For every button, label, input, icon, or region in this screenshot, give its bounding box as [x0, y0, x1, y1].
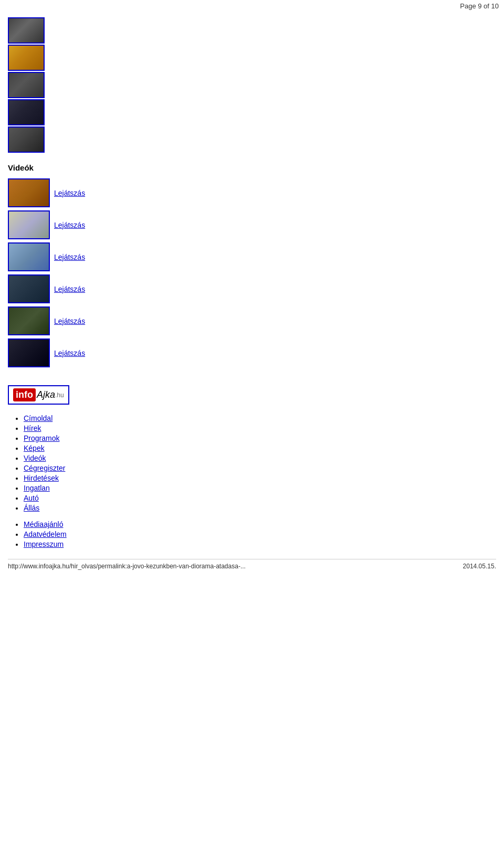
video-play-link-4[interactable]: Lejátszás — [54, 285, 85, 293]
footer-url-bar: http://www.infoajka.hu/hir_olvas/permali… — [8, 559, 496, 570]
nav-link-hirek[interactable]: Hírek — [24, 424, 41, 432]
video-thumbnail-5[interactable] — [8, 306, 50, 335]
footer-nav-list: Médiaajánló Adatvédelem Impresszum — [8, 520, 496, 548]
thumbnail-3[interactable] — [8, 72, 45, 98]
thumbnail-5[interactable] — [8, 126, 45, 153]
nav-link-allas[interactable]: Állás — [24, 504, 39, 512]
logo-info-text: info — [13, 388, 36, 401]
nav-item-mediaajanlot: Médiaajánló — [24, 520, 496, 528]
nav-link-cimoldal[interactable]: Címoldal — [24, 414, 52, 422]
thumbnail-strip — [8, 17, 496, 153]
logo-hu-text: .hu — [55, 391, 64, 399]
nav-item-adatvedelem: Adatvédelem — [24, 530, 496, 538]
video-thumbnail-2[interactable] — [8, 210, 50, 239]
video-list: Lejátszás Lejátszás Lejátszás Lejátszás … — [8, 178, 496, 368]
video-play-link-5[interactable]: Lejátszás — [54, 317, 85, 325]
section-title: Videók — [8, 163, 496, 172]
nav-link-impresszum[interactable]: Impresszum — [24, 540, 64, 548]
nav-link-programok[interactable]: Programok — [24, 434, 59, 442]
main-nav-list: Címoldal Hírek Programok Képek Videók Cé… — [8, 414, 496, 512]
nav-item-videok: Videók — [24, 454, 496, 462]
video-item-4: Lejátszás — [8, 274, 496, 303]
video-item-1: Lejátszás — [8, 178, 496, 207]
logo-ajka-text: Ajka — [37, 389, 55, 400]
nav-link-kepek[interactable]: Képek — [24, 444, 45, 452]
nav-link-hirdetesek[interactable]: Hirdetések — [24, 474, 59, 482]
video-play-link-2[interactable]: Lejátszás — [54, 221, 85, 229]
video-item-6: Lejátszás — [8, 338, 496, 367]
footer-url-text: http://www.infoajka.hu/hir_olvas/permali… — [8, 563, 246, 570]
video-thumbnail-3[interactable] — [8, 242, 50, 271]
page-info: Page 9 of 10 — [460, 2, 499, 10]
site-logo[interactable]: info Ajka .hu — [8, 385, 69, 405]
nav-item-hirdetesek: Hirdetések — [24, 474, 496, 482]
nav-link-auto[interactable]: Autó — [24, 494, 39, 502]
nav-item-programok: Programok — [24, 434, 496, 442]
nav-item-cegregiszter: Cégregiszter — [24, 464, 496, 472]
nav-item-impresszum: Impresszum — [24, 540, 496, 548]
video-play-link-6[interactable]: Lejátszás — [54, 349, 85, 357]
video-thumbnail-4[interactable] — [8, 274, 50, 303]
thumbnail-4[interactable] — [8, 99, 45, 125]
nav-item-auto: Autó — [24, 494, 496, 502]
nav-item-ingatlan: Ingatlan — [24, 484, 496, 492]
nav-item-cimoldal: Címoldal — [24, 414, 496, 422]
video-thumbnail-1[interactable] — [8, 178, 50, 207]
video-item-2: Lejátszás — [8, 210, 496, 239]
video-play-link-1[interactable]: Lejátszás — [54, 189, 85, 197]
nav-item-hirek: Hírek — [24, 424, 496, 432]
thumbnail-2[interactable] — [8, 45, 45, 71]
nav-link-ingatlan[interactable]: Ingatlan — [24, 484, 50, 492]
nav-link-adatvedelem[interactable]: Adatvédelem — [24, 530, 67, 538]
page-header: Page 9 of 10 — [0, 0, 504, 12]
video-play-link-3[interactable]: Lejátszás — [54, 253, 85, 261]
footer-date-text: 2014.05.15. — [463, 563, 496, 570]
video-item-5: Lejátszás — [8, 306, 496, 335]
video-item-3: Lejátszás — [8, 242, 496, 271]
video-thumbnail-6[interactable] — [8, 338, 50, 367]
nav-link-cegregiszter[interactable]: Cégregiszter — [24, 464, 65, 472]
nav-item-allas: Állás — [24, 504, 496, 512]
nav-item-kepek: Képek — [24, 444, 496, 452]
nav-link-videok[interactable]: Videók — [24, 454, 46, 462]
main-content: Videók Lejátszás Lejátszás Lejátszás Lej… — [0, 12, 504, 575]
thumbnail-1[interactable] — [8, 17, 45, 44]
nav-link-mediaajanlot[interactable]: Médiaajánló — [24, 520, 64, 528]
